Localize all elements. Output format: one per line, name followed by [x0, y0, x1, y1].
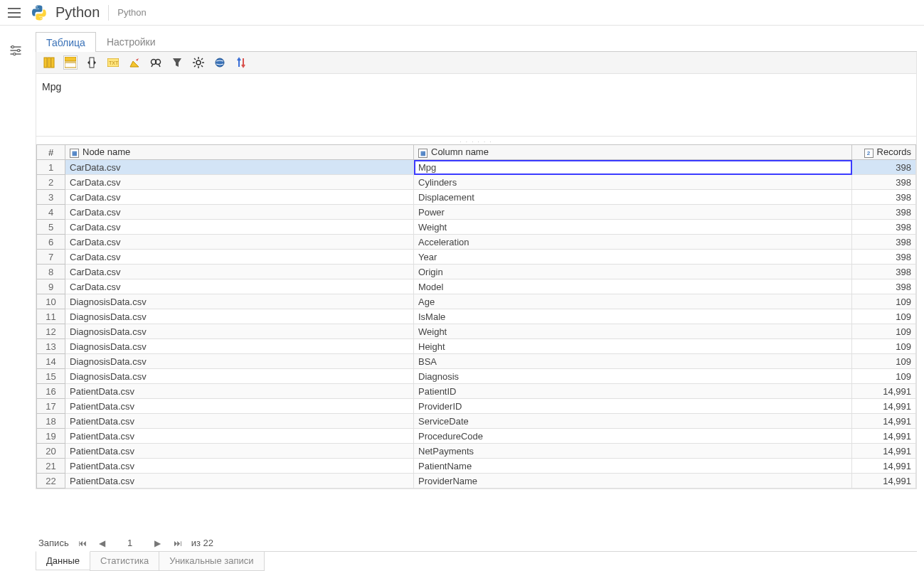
cell-column-name[interactable]: PatientID — [414, 384, 852, 399]
cell-records[interactable]: 109 — [852, 294, 916, 309]
table-row[interactable]: 22PatientData.csvProviderName14,991 — [37, 474, 916, 489]
cell-column-name[interactable]: ProviderID — [414, 399, 852, 414]
table-row[interactable]: 18PatientData.csvServiceDate14,991 — [37, 414, 916, 429]
table-row[interactable]: 2CarData.csvCylinders398 — [37, 175, 916, 190]
cell-records[interactable]: 109 — [852, 324, 916, 339]
cell-column-name[interactable]: Power — [414, 205, 852, 220]
cell-node-name[interactable]: DiagnosisData.csv — [65, 369, 414, 384]
tab-table[interactable]: Таблица — [36, 32, 96, 52]
cell-column-name[interactable]: Origin — [414, 265, 852, 279]
cell-records[interactable]: 14,991 — [852, 459, 916, 474]
bottom-tab-unique[interactable]: Уникальные записи — [159, 552, 264, 571]
table-row[interactable]: 10DiagnosisData.csvAge109 — [37, 294, 916, 309]
header-node-name[interactable]: ▦Node name — [65, 145, 414, 160]
cell-node-name[interactable]: DiagnosisData.csv — [65, 354, 414, 369]
filter-icon[interactable] — [170, 55, 184, 70]
cell-records[interactable]: 109 — [852, 354, 916, 369]
cell-column-name[interactable]: PatientName — [414, 459, 852, 474]
table-row[interactable]: 16PatientData.csvPatientID14,991 — [37, 384, 916, 399]
cell-records[interactable]: 398 — [852, 205, 916, 220]
cell-node-name[interactable]: CarData.csv — [65, 160, 414, 175]
cell-column-name[interactable]: Height — [414, 339, 852, 354]
table-row[interactable]: 19PatientData.csvProcedureCode14,991 — [37, 429, 916, 444]
menu-button[interactable] — [6, 4, 23, 21]
cell-node-name[interactable]: CarData.csv — [65, 190, 414, 205]
pager-next[interactable]: ▶ — [152, 538, 164, 548]
cell-column-name[interactable]: Diagnosis — [414, 369, 852, 384]
cell-node-name[interactable]: CarData.csv — [65, 235, 414, 250]
globe-icon[interactable] — [213, 55, 227, 70]
pager-last[interactable]: ⏭ — [171, 538, 184, 548]
sliders-icon[interactable] — [9, 43, 23, 58]
cell-node-name[interactable]: DiagnosisData.csv — [65, 324, 414, 339]
cell-column-name[interactable]: ProviderName — [414, 474, 852, 489]
fit-width-icon[interactable] — [85, 55, 99, 70]
find-icon[interactable] — [149, 55, 163, 70]
cell-column-name[interactable]: Weight — [414, 220, 852, 235]
cell-records[interactable]: 14,991 — [852, 429, 916, 444]
cell-records[interactable]: 109 — [852, 309, 916, 324]
table-row[interactable]: 13DiagnosisData.csvHeight109 — [37, 339, 916, 354]
cell-node-name[interactable]: PatientData.csv — [65, 399, 414, 414]
cell-node-name[interactable]: CarData.csv — [65, 205, 414, 220]
cell-column-name[interactable]: Age — [414, 294, 852, 309]
cell-node-name[interactable]: CarData.csv — [65, 279, 414, 294]
table-row[interactable]: 12DiagnosisData.csvWeight109 — [37, 324, 916, 339]
cell-records[interactable]: 14,991 — [852, 399, 916, 414]
cell-records[interactable]: 398 — [852, 250, 916, 265]
pager-prev[interactable]: ◀ — [96, 538, 109, 548]
cell-node-name[interactable]: DiagnosisData.csv — [65, 339, 414, 354]
cell-records[interactable]: 398 — [852, 175, 916, 190]
table-row[interactable]: 8CarData.csvOrigin398 — [37, 265, 916, 279]
cell-records[interactable]: 398 — [852, 220, 916, 235]
sort-icon[interactable] — [234, 55, 248, 70]
cell-node-name[interactable]: PatientData.csv — [65, 474, 414, 489]
cell-column-name[interactable]: Acceleration — [414, 235, 852, 250]
bottom-tab-data[interactable]: Данные — [36, 551, 90, 570]
bottom-tab-stats[interactable]: Статистика — [90, 552, 159, 571]
resize-grip[interactable]: . . . . . . — [36, 137, 917, 144]
cell-column-name[interactable]: Mpg — [414, 160, 852, 175]
header-column-name[interactable]: ▦Column name — [414, 145, 852, 160]
table-row[interactable]: 4CarData.csvPower398 — [37, 205, 916, 220]
cell-node-name[interactable]: CarData.csv — [65, 220, 414, 235]
table-row[interactable]: 14DiagnosisData.csvBSA109 — [37, 354, 916, 369]
header-index[interactable]: # — [37, 145, 65, 160]
cell-column-name[interactable]: Cylinders — [414, 175, 852, 190]
cell-node-name[interactable]: CarData.csv — [65, 175, 414, 190]
columns-icon[interactable] — [42, 55, 56, 70]
cell-node-name[interactable]: PatientData.csv — [65, 444, 414, 459]
export-icon[interactable] — [127, 55, 142, 70]
table-row[interactable]: 21PatientData.csvPatientName14,991 — [37, 459, 916, 474]
cell-records[interactable]: 14,991 — [852, 474, 916, 489]
cell-column-name[interactable]: Weight — [414, 324, 852, 339]
cell-column-name[interactable]: ServiceDate — [414, 414, 852, 429]
cell-column-name[interactable]: Year — [414, 250, 852, 265]
cell-records[interactable]: 109 — [852, 369, 916, 384]
cell-column-name[interactable]: NetPayments — [414, 444, 852, 459]
table-row[interactable]: 5CarData.csvWeight398 — [37, 220, 916, 235]
cell-records[interactable]: 398 — [852, 235, 916, 250]
tab-settings[interactable]: Настройки — [96, 31, 166, 51]
cell-node-name[interactable]: DiagnosisData.csv — [65, 294, 414, 309]
cell-node-name[interactable]: PatientData.csv — [65, 384, 414, 399]
cell-node-name[interactable]: PatientData.csv — [65, 414, 414, 429]
table-row[interactable]: 9CarData.csvModel398 — [37, 279, 916, 294]
cell-column-name[interactable]: Displacement — [414, 190, 852, 205]
table-row[interactable]: 1CarData.csvMpg398 — [37, 160, 916, 175]
cell-records[interactable]: 14,991 — [852, 384, 916, 399]
pager-current[interactable]: 1 — [116, 538, 144, 548]
cell-node-name[interactable]: PatientData.csv — [65, 429, 414, 444]
cell-records[interactable]: 398 — [852, 279, 916, 294]
table-row[interactable]: 17PatientData.csvProviderID14,991 — [37, 399, 916, 414]
table-row[interactable]: 11DiagnosisData.csvIsMale109 — [37, 309, 916, 324]
table-row[interactable]: 3CarData.csvDisplacement398 — [37, 190, 916, 205]
text-icon[interactable]: TXT — [106, 55, 120, 70]
table-row[interactable]: 6CarData.csvAcceleration398 — [37, 235, 916, 250]
gear-icon[interactable] — [191, 55, 206, 70]
cell-column-name[interactable]: BSA — [414, 354, 852, 369]
cell-column-name[interactable]: Model — [414, 279, 852, 294]
cell-column-name[interactable]: ProcedureCode — [414, 429, 852, 444]
cell-node-name[interactable]: DiagnosisData.csv — [65, 309, 414, 324]
table-row[interactable]: 15DiagnosisData.csvDiagnosis109 — [37, 369, 916, 384]
